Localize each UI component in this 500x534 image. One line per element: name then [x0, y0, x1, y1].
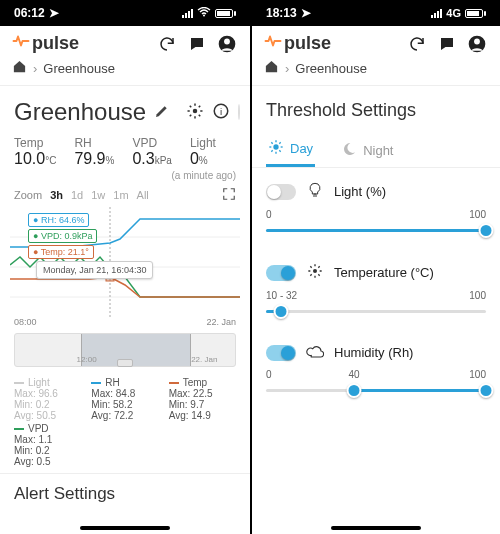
toggle-temperature[interactable] — [266, 265, 296, 281]
home-indicator[interactable] — [80, 526, 170, 530]
zoom-1w[interactable]: 1w — [91, 189, 105, 201]
threshold-temperature: Temperature (°C) 10 - 32 100 — [252, 249, 500, 330]
bulb-icon — [306, 182, 324, 201]
toggle-light[interactable] — [266, 184, 296, 200]
svg-point-12 — [474, 38, 480, 44]
xaxis-tick: 22. Jan — [206, 317, 236, 327]
edit-button[interactable] — [154, 103, 170, 122]
svg-line-18 — [271, 142, 272, 143]
settings-button[interactable] — [186, 102, 204, 123]
scrubber-selection[interactable] — [81, 334, 191, 366]
metric-unit: kPa — [155, 155, 172, 166]
tooltip-vpd: ● VPD: 0.9kPa — [28, 229, 97, 243]
moon-icon — [341, 141, 357, 160]
slider-thumb[interactable] — [479, 223, 494, 238]
svg-point-3 — [193, 108, 198, 113]
chevron-icon: › — [285, 61, 289, 76]
metric-value: 0 — [190, 150, 199, 167]
zoom-all[interactable]: All — [137, 189, 149, 201]
svg-point-0 — [203, 15, 205, 17]
stat-avg: Avg: 0.5 — [14, 456, 81, 467]
chat-button[interactable] — [186, 33, 208, 55]
main-chart[interactable]: ● RH: 64.6% ● VPD: 0.9kPa ● Temp: 21.1° … — [10, 207, 240, 317]
info-button[interactable]: i — [212, 102, 230, 123]
stat-avg: Avg: 14.9 — [169, 410, 236, 421]
breadcrumb-current[interactable]: Greenhouse — [43, 61, 115, 76]
fullscreen-button[interactable] — [222, 187, 236, 203]
refresh-button[interactable] — [156, 33, 178, 55]
slider-max-label: 100 — [469, 369, 486, 380]
breadcrumb: › Greenhouse — [252, 59, 500, 85]
zoom-3h[interactable]: 3h — [50, 189, 63, 201]
slider-temperature[interactable]: 10 - 32 100 — [266, 288, 486, 322]
threshold-screen: 18:13➤ 4G pulse › Greenhouse Threshold S… — [250, 0, 500, 534]
location-icon: ➤ — [49, 6, 59, 20]
time-scrubber[interactable]: 12:00 22. Jan — [14, 333, 236, 367]
app-logo: pulse — [264, 32, 331, 55]
zoom-1d[interactable]: 1d — [71, 189, 83, 201]
legend-name: RH — [105, 377, 119, 388]
zoom-1m[interactable]: 1m — [113, 189, 128, 201]
slider-thumb-high[interactable] — [479, 383, 494, 398]
vpd-swatch-icon — [14, 428, 24, 430]
status-time: 18:13 — [266, 6, 297, 20]
chevron-icon: › — [33, 61, 37, 76]
battery-icon — [465, 9, 486, 18]
refresh-button[interactable] — [406, 33, 428, 55]
threshold-light: Light (%) 0 100 — [252, 168, 500, 249]
slider-light[interactable]: 0 100 — [266, 207, 486, 241]
rh-swatch-icon — [91, 382, 101, 384]
svg-point-2 — [224, 38, 230, 44]
slider-thumb-low[interactable] — [347, 383, 362, 398]
status-time: 06:12 — [14, 6, 45, 20]
tooltip-temp: ● Temp: 21.1° — [28, 245, 94, 259]
scrubber-handle[interactable] — [117, 359, 133, 367]
slider-min-label: 0 — [266, 209, 272, 220]
slider-min-label: 10 - 32 — [266, 290, 297, 301]
home-icon[interactable] — [264, 59, 279, 77]
metric-unit: °C — [45, 155, 56, 166]
account-button[interactable] — [466, 33, 488, 55]
chart-x-axis: 08:00 22. Jan — [0, 317, 250, 327]
day-night-tabs: Day Night — [252, 131, 500, 168]
stat-min: Min: 58.2 — [91, 399, 158, 410]
slider-humidity[interactable]: 0 40 100 — [266, 367, 486, 401]
legend-name: Light — [28, 377, 50, 388]
network-label: 4G — [446, 7, 461, 19]
stat-min: Min: 0.2 — [14, 399, 81, 410]
metric-value: 0.3 — [132, 150, 154, 167]
scrubber-tick: 22. Jan — [191, 355, 217, 364]
metric-label: Light — [190, 136, 216, 150]
zoom-label: Zoom — [14, 189, 42, 201]
tab-night[interactable]: Night — [339, 131, 395, 167]
home-icon[interactable] — [12, 59, 27, 77]
home-indicator[interactable] — [331, 526, 421, 530]
metric-label: Temp — [14, 136, 56, 150]
account-button[interactable] — [216, 33, 238, 55]
stat-min: Min: 0.2 — [14, 445, 81, 456]
notch — [331, 0, 421, 18]
svg-line-20 — [279, 142, 280, 143]
metric-vpd: VPD 0.3kPa — [132, 136, 171, 168]
svg-line-21 — [271, 150, 272, 151]
app-bar: pulse — [252, 26, 500, 59]
metric-rh: RH 79.9% — [74, 136, 114, 168]
metric-temp: Temp 10.0°C — [14, 136, 56, 168]
notch — [80, 0, 170, 18]
svg-text:i: i — [220, 105, 222, 116]
last-updated: (a minute ago) — [0, 170, 250, 187]
toggle-humidity[interactable] — [266, 345, 296, 361]
threshold-humidity: Humidity (Rh) 0 40 100 — [252, 330, 500, 409]
chat-button[interactable] — [436, 33, 458, 55]
breadcrumb-current[interactable]: Greenhouse — [295, 61, 367, 76]
stat-avg: Avg: 50.5 — [14, 410, 81, 421]
brand-text: pulse — [32, 33, 79, 54]
slider-thumb[interactable] — [274, 304, 289, 319]
tab-day[interactable]: Day — [266, 131, 315, 167]
status-light-icon — [238, 104, 240, 120]
threshold-label: Light (%) — [334, 184, 386, 199]
tooltip-rh: ● RH: 64.6% — [28, 213, 89, 227]
threshold-label: Humidity (Rh) — [334, 345, 413, 360]
pulse-logo-icon — [264, 32, 282, 55]
app-logo: pulse — [12, 32, 79, 55]
